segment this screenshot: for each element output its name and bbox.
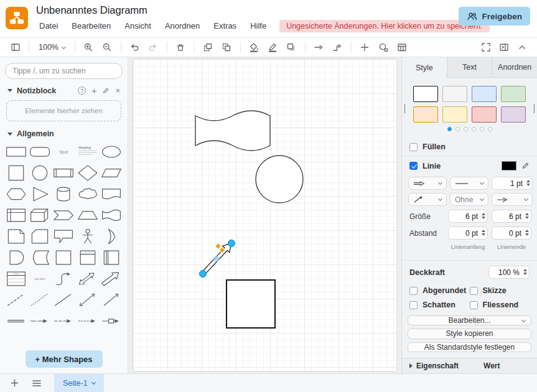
general-section-header[interactable]: Allgemein xyxy=(0,126,128,141)
copy-style-button[interactable]: Style kopieren xyxy=(408,329,531,338)
menu-ansicht[interactable]: Ansicht xyxy=(118,19,158,32)
redo-icon[interactable] xyxy=(144,40,162,55)
menu-bearbeiten[interactable]: Bearbeiten xyxy=(65,19,118,32)
shape-rectangle[interactable] xyxy=(4,141,28,162)
insert-icon[interactable] xyxy=(356,40,374,55)
shape-horizontal-container[interactable] xyxy=(100,247,123,268)
close-icon[interactable]: × xyxy=(115,86,120,95)
add-icon[interactable]: + xyxy=(91,88,96,94)
style-swatch-orange[interactable] xyxy=(413,106,438,123)
shape-diamond[interactable] xyxy=(76,162,100,184)
to-back-icon[interactable] xyxy=(218,40,236,55)
shape-bidirectional-connector[interactable] xyxy=(76,289,100,310)
style-swatch-gray[interactable] xyxy=(442,86,467,102)
shape-line[interactable] xyxy=(52,289,75,310)
pages-menu-icon[interactable] xyxy=(32,379,42,388)
canvas[interactable] xyxy=(128,57,401,373)
edit-pencil-icon[interactable] xyxy=(102,87,110,95)
shape-list[interactable]: List xyxy=(4,268,28,289)
edit-color-pencil-icon[interactable] xyxy=(521,162,530,170)
zoom-in-icon[interactable] xyxy=(80,40,98,55)
midpoint-handle[interactable] xyxy=(214,256,220,262)
delete-icon[interactable] xyxy=(172,40,190,55)
shape-data-storage[interactable] xyxy=(28,247,52,268)
page-tab[interactable]: Seite-1 xyxy=(54,374,104,392)
set-default-style-button[interactable]: Als Standardstyle festlegen xyxy=(408,342,531,352)
waypoints-icon[interactable] xyxy=(329,40,347,55)
connection-icon[interactable] xyxy=(310,40,328,55)
page-dot[interactable] xyxy=(464,127,468,131)
sketch-checkbox[interactable] xyxy=(470,287,478,295)
share-button[interactable]: Freigeben xyxy=(459,7,530,26)
line-checkbox[interactable] xyxy=(409,162,418,170)
menu-anordnen[interactable]: Anordnen xyxy=(158,19,207,32)
shape-dotted-arrow[interactable] xyxy=(76,310,100,332)
shape-cube[interactable] xyxy=(28,205,52,226)
shadow-checkbox[interactable] xyxy=(409,301,418,309)
zoom-select[interactable]: 100% xyxy=(34,40,70,55)
shape-parallelogram[interactable] xyxy=(100,162,123,184)
style-swatch-white[interactable] xyxy=(413,86,438,102)
line-style-dropdown[interactable] xyxy=(408,177,447,190)
style-swatch-purple[interactable] xyxy=(501,106,526,123)
shape-hexagon[interactable] xyxy=(4,184,28,205)
shape-cylinder[interactable] xyxy=(52,184,75,205)
shape-curve[interactable] xyxy=(52,268,75,289)
flowing-checkbox[interactable] xyxy=(470,301,478,309)
menu-extras[interactable]: Extras xyxy=(207,19,243,32)
shape-directional-connector[interactable] xyxy=(100,289,123,310)
shape-container[interactable] xyxy=(52,247,75,268)
line-pattern-dropdown[interactable] xyxy=(450,177,488,190)
zoom-out-icon[interactable] xyxy=(98,40,116,55)
shape-document[interactable] xyxy=(100,184,123,205)
unsaved-changes-banner[interactable]: Ungesicherte Änderungen. Hier klicken um… xyxy=(279,20,489,32)
canvas-shape-circle[interactable] xyxy=(256,156,303,203)
rounded-checkbox[interactable] xyxy=(409,287,418,295)
style-swatch-yellow[interactable] xyxy=(442,106,467,123)
insert-shape-icon[interactable] xyxy=(375,40,393,55)
shape-trapezoid[interactable] xyxy=(76,205,100,226)
shape-process[interactable] xyxy=(52,162,75,184)
shape-search-input[interactable] xyxy=(5,63,123,79)
shape-card[interactable] xyxy=(28,226,52,247)
shape-triangle[interactable] xyxy=(28,184,52,205)
connector-type-dropdown[interactable] xyxy=(408,193,447,206)
shape-dashed-line[interactable] xyxy=(4,289,28,310)
help-icon[interactable]: ? xyxy=(78,86,86,95)
shape-internal-storage[interactable] xyxy=(4,205,28,226)
endpoint-handle-start[interactable] xyxy=(200,271,207,278)
style-swatch-blue[interactable] xyxy=(472,86,497,102)
shape-text[interactable]: Text xyxy=(52,141,75,162)
edit-style-button[interactable]: Bearbeiten... xyxy=(408,315,531,325)
notepad-dropzone[interactable]: Elemente hierher ziehen xyxy=(6,100,121,121)
add-page-icon[interactable] xyxy=(10,378,19,388)
menu-hilfe[interactable]: Hilfe xyxy=(243,19,273,32)
fullscreen-icon[interactable] xyxy=(477,40,495,55)
shape-and[interactable] xyxy=(4,247,28,268)
shadow-icon[interactable] xyxy=(283,40,301,55)
shape-dashed-arrow[interactable] xyxy=(52,310,75,332)
insert-table-icon[interactable] xyxy=(393,40,411,55)
fill-color-icon[interactable] xyxy=(245,40,263,55)
shape-arrow[interactable] xyxy=(100,268,123,289)
property-header[interactable]: Eigenschaft Wert xyxy=(402,358,537,373)
page-dot[interactable] xyxy=(472,127,476,131)
shape-circle[interactable] xyxy=(28,162,52,184)
stepper-icons[interactable] xyxy=(526,180,530,187)
shape-rounded-rectangle[interactable] xyxy=(28,141,52,162)
shape-labeled-link[interactable] xyxy=(100,310,123,332)
shape-bidirectional-arrow[interactable] xyxy=(76,268,100,289)
style-swatch-red[interactable] xyxy=(472,106,497,123)
shape-dotted-line[interactable] xyxy=(28,289,52,310)
more-shapes-button[interactable]: + Mehr Shapes xyxy=(26,350,103,368)
fill-checkbox[interactable] xyxy=(409,143,418,151)
toggle-format-panel-icon[interactable] xyxy=(495,40,513,55)
endpoint-handle-end[interactable] xyxy=(228,240,235,247)
presets-prev-icon[interactable] xyxy=(404,104,405,113)
search-icon[interactable] xyxy=(108,66,117,75)
shape-list-item[interactable]: List Item xyxy=(28,268,52,289)
shape-link[interactable] xyxy=(4,310,28,332)
shape-step[interactable] xyxy=(52,205,75,226)
page-dot[interactable] xyxy=(488,127,492,131)
notepad-section-header[interactable]: Notizblock ? + × xyxy=(0,83,128,98)
